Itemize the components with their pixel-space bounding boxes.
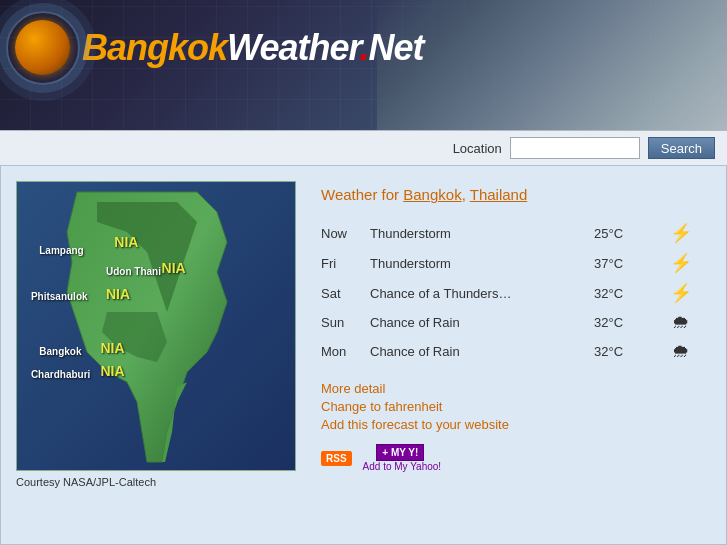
map-nia-3: NIA <box>106 286 130 302</box>
weather-description: Chance of Rain <box>370 337 594 366</box>
map-credit: Courtesy NASA/JPL-Caltech <box>16 476 296 488</box>
weather-icon: ⚡ <box>670 223 692 243</box>
weather-icon: ⚡ <box>670 253 692 273</box>
fahrenheit-link[interactable]: Change to fahrenheit <box>321 399 706 414</box>
weather-links: More detail Change to fahrenheit Add thi… <box>321 381 706 432</box>
weather-row: Sun Chance of Rain 32°C 🌧 <box>321 308 706 337</box>
weather-description: Chance of a Thunders… <box>370 278 594 308</box>
map-label-chardhaburi: Chardhaburi <box>31 369 90 380</box>
map-nia-1: NIA <box>114 234 138 250</box>
yahoo-container: + MY Y! Add to My Yahoo! <box>360 444 442 472</box>
map-nia-5: NIA <box>100 363 124 379</box>
country-link[interactable]: Thailand <box>470 186 528 203</box>
map-nia-4: NIA <box>100 340 124 356</box>
weather-icon-cell: 🌧 <box>664 308 706 337</box>
weather-icon: ⚡ <box>670 283 692 303</box>
location-bar: Location Search <box>0 130 727 165</box>
weather-day: Now <box>321 218 370 248</box>
rss-section: RSS + MY Y! Add to My Yahoo! <box>321 444 706 472</box>
map-label-udonthani: Udon Thani <box>106 266 161 277</box>
add-yahoo-label: Add to My Yahoo! <box>363 461 442 472</box>
weather-title-prefix: Weather for <box>321 186 403 203</box>
weather-row: Mon Chance of Rain 32°C 🌧 <box>321 337 706 366</box>
weather-temp: 32°C <box>594 337 664 366</box>
add-forecast-link[interactable]: Add this forecast to your website <box>321 417 706 432</box>
weather-day: Mon <box>321 337 370 366</box>
weather-icon-cell: ⚡ <box>664 248 706 278</box>
site-logo: BangkokWeather.Net <box>15 20 423 75</box>
weather-icon-cell: ⚡ <box>664 278 706 308</box>
weather-table: Now Thunderstorm 25°C ⚡ Fri Thunderstorm… <box>321 218 706 366</box>
weather-row: Fri Thunderstorm 37°C ⚡ <box>321 248 706 278</box>
logo-net: Net <box>368 27 423 68</box>
logo-bangkok: Bangkok <box>82 27 227 68</box>
location-label: Location <box>453 141 502 156</box>
weather-table-body: Now Thunderstorm 25°C ⚡ Fri Thunderstorm… <box>321 218 706 366</box>
more-detail-link[interactable]: More detail <box>321 381 706 396</box>
thailand-map: Lampang NIA Udon Thani NIA Phitsanulok N… <box>16 181 296 471</box>
weather-temp: 37°C <box>594 248 664 278</box>
yahoo-badge[interactable]: + MY Y! <box>376 444 424 461</box>
map-section: Lampang NIA Udon Thani NIA Phitsanulok N… <box>16 181 296 529</box>
weather-icon: 🌧 <box>672 312 690 332</box>
weather-temp: 32°C <box>594 308 664 337</box>
weather-day: Sun <box>321 308 370 337</box>
weather-row: Sat Chance of a Thunders… 32°C ⚡ <box>321 278 706 308</box>
weather-section: Weather for Bangkok, Thailand Now Thunde… <box>316 181 711 529</box>
weather-icon-cell: ⚡ <box>664 218 706 248</box>
map-label-bangkok: Bangkok <box>39 346 81 357</box>
map-nia-2: NIA <box>162 260 186 276</box>
main-content: Lampang NIA Udon Thani NIA Phitsanulok N… <box>0 165 727 545</box>
weather-description: Thunderstorm <box>370 218 594 248</box>
map-label-lampang: Lampang <box>39 245 83 256</box>
weather-title: Weather for Bangkok, Thailand <box>321 186 706 203</box>
weather-description: Thunderstorm <box>370 248 594 278</box>
weather-icon: 🌧 <box>672 341 690 361</box>
search-button[interactable]: Search <box>648 137 715 159</box>
map-svg <box>17 182 296 471</box>
rss-badge[interactable]: RSS <box>321 451 352 466</box>
logo-weather: Weather <box>227 27 359 68</box>
weather-day: Sat <box>321 278 370 308</box>
weather-temp: 25°C <box>594 218 664 248</box>
logo-text: BangkokWeather.Net <box>82 27 423 69</box>
header-banner: BangkokWeather.Net <box>0 0 727 130</box>
weather-day: Fri <box>321 248 370 278</box>
yahoo-badge-text: + MY Y! <box>382 447 418 458</box>
weather-temp: 32°C <box>594 278 664 308</box>
weather-row: Now Thunderstorm 25°C ⚡ <box>321 218 706 248</box>
weather-icon-cell: 🌧 <box>664 337 706 366</box>
location-input[interactable] <box>510 137 640 159</box>
weather-description: Chance of Rain <box>370 308 594 337</box>
header-weather-image <box>377 0 727 130</box>
globe-icon <box>15 20 70 75</box>
city-link[interactable]: Bangkok <box>403 186 461 203</box>
map-label-phitsanulok: Phitsanulok <box>31 291 88 302</box>
